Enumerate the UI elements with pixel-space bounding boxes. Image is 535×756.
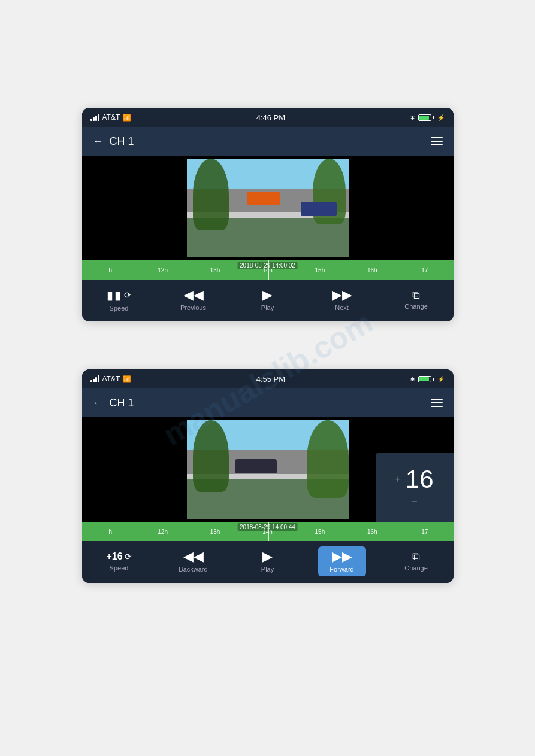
status-left-2: AT&T 📶 xyxy=(90,375,132,383)
play-icon-1: ▶ xyxy=(262,289,273,302)
speed-control-2[interactable]: +16 ⟳ Speed xyxy=(95,551,143,572)
tl-label-6: 17 xyxy=(398,267,451,274)
overlay-minus-sign: − xyxy=(411,496,418,508)
controls-bar-1: ▮▮ ⟳ Speed ◀◀ Previous ▶ Play ▶▶ Next ⧉ … xyxy=(82,280,454,321)
tl2-label-4: 15h xyxy=(294,529,346,535)
tl-label-0: h xyxy=(84,267,137,274)
back-button-2[interactable]: ← xyxy=(93,397,104,409)
next-icon-1: ▶▶ xyxy=(332,289,352,302)
tl2-label-1: 12h xyxy=(137,529,189,535)
hamburger-line-4 xyxy=(431,399,443,400)
next-button-1[interactable]: ▶▶ Next xyxy=(318,289,366,311)
previous-icon-1: ◀◀ xyxy=(183,289,204,302)
hamburger-line-6 xyxy=(431,406,443,407)
tl2-label-6: 17 xyxy=(398,529,451,535)
change-button-1[interactable]: ⧉ Change xyxy=(392,290,440,310)
refresh-icon-2: ⟳ xyxy=(125,552,132,561)
video-content-2 xyxy=(187,420,349,519)
battery-body-1 xyxy=(418,114,431,121)
car-dark-2 xyxy=(235,459,277,473)
change-button-2[interactable]: ⧉ Change xyxy=(392,551,440,572)
tree-left-2 xyxy=(193,420,229,492)
refresh-icon-1: ⟳ xyxy=(124,290,131,300)
overlay-plus-sign: + xyxy=(395,474,400,485)
carrier-label-1: AT&T xyxy=(102,113,120,122)
wifi-icon-2: 📶 xyxy=(123,375,131,383)
nav-bar-2: ← CH 1 xyxy=(82,388,454,417)
change-icon-1: ⧉ xyxy=(412,290,420,300)
play-button-1[interactable]: ▶ Play xyxy=(244,289,292,311)
backward-icon-2: ◀◀ xyxy=(183,550,204,563)
signal-icon xyxy=(90,114,99,121)
forward-icon-2: ▶▶ xyxy=(332,550,352,563)
play-label-2: Play xyxy=(261,566,274,573)
speed-label-2: Speed xyxy=(110,564,129,572)
tl2-label-5: 16h xyxy=(346,529,398,535)
battery-tip-1 xyxy=(433,116,434,119)
speed-overlay-2: + 16 − xyxy=(376,453,454,522)
tl-label-1: 12h xyxy=(137,267,189,274)
signal-bar-3 xyxy=(95,116,97,121)
tl-label-4: 15h xyxy=(294,267,346,274)
charging-icon-2: ⚡ xyxy=(437,376,445,382)
hamburger-line-1 xyxy=(431,137,443,138)
play-button-2[interactable]: ▶ Play xyxy=(244,550,292,573)
menu-button-2[interactable] xyxy=(431,399,443,407)
backward-label-2: Backward xyxy=(179,566,207,573)
speed-value-display-2: +16 xyxy=(106,551,122,562)
battery-fill-1 xyxy=(419,116,428,120)
timeline-bar-2[interactable]: h 12h 13h 14h 15h 16h 17 2018-08-29 14:0… xyxy=(82,522,454,541)
time-label-2: 4:55 PM xyxy=(256,375,285,384)
controls-bar-2: +16 ⟳ Speed ◀◀ Backward ▶ Play ▶▶ Forwar… xyxy=(82,541,454,583)
charging-icon-1: ⚡ xyxy=(437,114,445,121)
timeline-bar-1[interactable]: h 12h 13h 14h 15h 16h 17 2018-08-29 14:0… xyxy=(82,260,454,280)
s2-bar-2 xyxy=(93,379,95,382)
change-label-1: Change xyxy=(404,303,428,310)
overlay-speed-value: 16 xyxy=(406,467,434,492)
camera-scene-1 xyxy=(187,159,349,257)
forward-label-2: Forward xyxy=(330,566,353,573)
nav-title-1: ← CH 1 xyxy=(93,135,134,148)
signal-bar-1 xyxy=(90,119,92,121)
s2-bar-1 xyxy=(90,380,92,382)
speed-icon-1: ▮▮ ⟳ xyxy=(107,288,131,302)
video-area-2: + 16 − xyxy=(82,417,454,522)
next-label-1: Next xyxy=(335,304,349,311)
battery-icon-2 xyxy=(418,376,434,382)
car-blue-1 xyxy=(301,202,337,216)
battery-body-2 xyxy=(418,376,431,382)
car-orange-1 xyxy=(247,192,280,205)
bluetooth-icon-2: ∗ xyxy=(410,375,415,383)
change-label-2: Change xyxy=(404,564,428,572)
timeline-marker-1 xyxy=(268,260,269,280)
play-icon-2: ▶ xyxy=(262,550,273,563)
forward-button-2[interactable]: ▶▶ Forward xyxy=(318,546,366,576)
change-icon-2: ⧉ xyxy=(412,551,420,562)
channel-title-2: CH 1 xyxy=(110,397,134,409)
backward-button-2[interactable]: ◀◀ Backward xyxy=(170,550,217,573)
timeline-marker-2 xyxy=(268,522,269,541)
video-area-1 xyxy=(82,156,454,260)
screen1-frame: AT&T 📶 4:46 PM ∗ ⚡ ← CH 1 xyxy=(82,108,454,321)
s2-bar-3 xyxy=(95,377,97,382)
hamburger-line-3 xyxy=(431,144,443,145)
battery-icon-1 xyxy=(418,114,434,121)
status-bar-2: AT&T 📶 4:55 PM ∗ ⚡ xyxy=(82,369,454,388)
play-label-1: Play xyxy=(261,304,274,311)
carrier-label-2: AT&T xyxy=(102,375,120,383)
tl-label-2: 13h xyxy=(189,267,241,274)
hamburger-line-2 xyxy=(431,141,443,142)
signal-bar-2 xyxy=(93,117,95,121)
speed-control-1[interactable]: ▮▮ ⟳ Speed xyxy=(95,288,143,312)
channel-title-1: CH 1 xyxy=(110,135,134,148)
tree-left-1 xyxy=(193,159,229,230)
previous-button-1[interactable]: ◀◀ Previous xyxy=(170,289,217,311)
speed-label-1: Speed xyxy=(110,305,129,312)
hamburger-line-5 xyxy=(431,402,443,403)
pause-icon-1: ▮▮ xyxy=(107,288,122,302)
video-content-1 xyxy=(187,159,349,257)
tl2-label-0: h xyxy=(84,529,137,535)
status-right-2: ∗ ⚡ xyxy=(410,375,445,383)
back-button-1[interactable]: ← xyxy=(93,135,104,148)
menu-button-1[interactable] xyxy=(431,137,443,145)
